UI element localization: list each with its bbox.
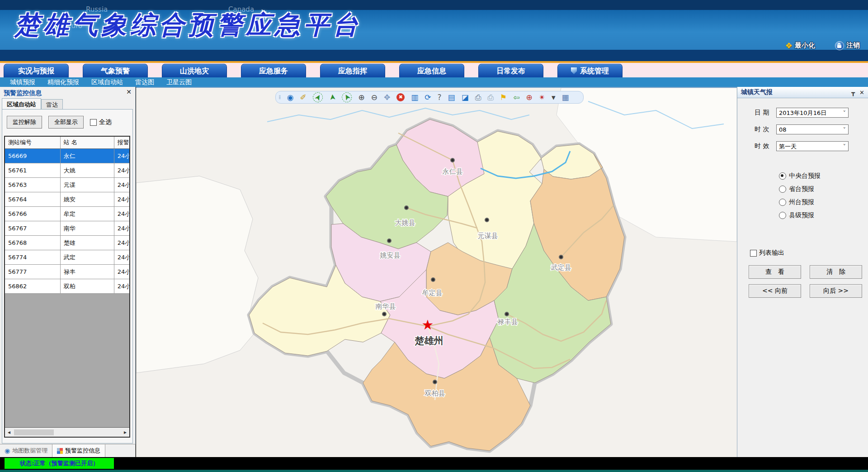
select-arrow-icon[interactable]: ➤	[328, 94, 337, 101]
show-all-button[interactable]: 全部显示	[48, 116, 84, 129]
column-header[interactable]: 测站编号	[5, 137, 61, 148]
bottom-tab[interactable]: ◉地图数据管理	[0, 444, 52, 457]
nav-tab-label: 实况与预报	[18, 64, 54, 77]
scrollbar-thumb[interactable]	[14, 429, 54, 435]
bottom-tabstrip: ◉地图数据管理预警监控信息	[0, 444, 135, 457]
dropdown-caret-icon[interactable]: ▾	[552, 93, 556, 102]
legend-icon[interactable]: ▤	[448, 93, 455, 102]
forecast-radio-0[interactable]: 中央台预报	[779, 172, 821, 180]
forecast-radio-1[interactable]: 省台预报	[779, 185, 814, 193]
identify-icon[interactable]: ?	[438, 93, 442, 102]
forecast-radio-3[interactable]: 县级预报	[779, 211, 814, 219]
svg-text:大姚县: 大姚县	[395, 219, 415, 227]
svg-text:牟定县: 牟定县	[422, 289, 443, 297]
bottom-tab[interactable]: 预警监控信息	[52, 444, 105, 457]
table-row[interactable]: 56669永仁24小时	[5, 149, 129, 163]
bottom-tab-label: 地图数据管理	[12, 447, 47, 455]
forecast-radio-2[interactable]: 州台预报	[779, 198, 814, 206]
toolbar-grip[interactable]: ⁞⁞	[278, 94, 280, 100]
horizontal-scrollbar[interactable]: ◂ ▸	[5, 427, 129, 437]
subnav-item[interactable]: 城镇预报	[10, 78, 35, 86]
radio-icon[interactable]	[779, 186, 786, 193]
time-field-row: 时 次 08 ˅	[755, 124, 849, 134]
select-all-checkbox[interactable]	[90, 119, 97, 126]
subnav-item[interactable]: 区域自动站	[91, 78, 123, 86]
table-row[interactable]: 56766牟定24小时	[5, 207, 129, 221]
scroll-left-icon[interactable]: ◂	[5, 429, 13, 435]
panel-tab[interactable]: 区域自动站	[2, 98, 41, 110]
station-name-cell: 元谋	[61, 178, 114, 192]
nav-tab[interactable]: 实况与预报	[4, 64, 69, 77]
nav-tab-label: 应急指挥	[338, 64, 367, 77]
column-header[interactable]: 报警	[114, 137, 129, 148]
alarm-cell: 24小时	[114, 279, 129, 293]
panel-header: 预警监控信息 ✕	[0, 87, 135, 99]
pan-icon[interactable]: ✥	[384, 93, 390, 102]
close-icon[interactable]: ✕	[126, 88, 132, 95]
table-row[interactable]: 56767南华24小时	[5, 221, 129, 236]
table-row[interactable]: 56774武定24小时	[5, 250, 129, 265]
marker-icon[interactable]: ⚑	[500, 93, 507, 102]
table-row[interactable]: 56763元谋24小时	[5, 178, 129, 192]
subnav-item[interactable]: 精细化预报	[47, 78, 79, 86]
nav-tab[interactable]: 山洪地灾	[162, 64, 227, 77]
validity-field-row: 时 效 第一天 ˅	[755, 141, 849, 151]
stop-icon[interactable]: ✖	[396, 93, 405, 101]
list-output-option[interactable]: 列表输出	[750, 249, 784, 257]
zoom-out-icon[interactable]: ⊖	[371, 93, 377, 102]
alarm-cell: 24小时	[114, 149, 129, 163]
radio-icon[interactable]	[779, 212, 786, 219]
print-icon[interactable]: ⎙	[475, 93, 481, 102]
image-export-icon[interactable]: ◪	[462, 93, 469, 102]
map-area[interactable]: ★ 永仁县 大姚县 元谋县 姚安县 武定县 牟定县 南华县 禄丰县 双柏县 楚雄…	[136, 87, 737, 457]
minimize-button[interactable]: ❖ 最小化	[785, 41, 815, 50]
table-row[interactable]: 56761大姚24小时	[5, 163, 129, 178]
previous-button[interactable]: << 向前	[749, 284, 801, 298]
layers-map-icon[interactable]: ▦	[561, 93, 569, 102]
next-button[interactable]: 向后 >>	[810, 284, 862, 298]
table-row[interactable]: 56777禄丰24小时	[5, 265, 129, 279]
list-output-checkbox[interactable]	[750, 250, 757, 257]
table-row[interactable]: 56768楚雄24小时	[5, 236, 129, 250]
select-lasso-icon[interactable]: ➤	[340, 91, 354, 104]
pin-icon[interactable]: ┳	[851, 89, 855, 96]
svg-text:楚雄州: 楚雄州	[415, 335, 443, 346]
release-monitor-button[interactable]: 监控解除	[7, 116, 42, 129]
time-select[interactable]: 08 ˅	[776, 124, 849, 134]
nav-tab[interactable]: 应急指挥	[320, 64, 385, 77]
compass-icon[interactable]: ✴	[539, 93, 545, 102]
nav-tab[interactable]: 系统管理	[557, 64, 623, 77]
logout-button[interactable]: 注销	[835, 41, 860, 50]
station-name-cell: 禄丰	[61, 265, 114, 279]
overview-window-icon[interactable]: ▥	[411, 93, 418, 102]
station-name-cell: 牟定	[61, 207, 114, 221]
subnav-item[interactable]: 雷达图	[135, 78, 154, 86]
subnav-item[interactable]: 卫星云图	[166, 78, 192, 86]
svg-text:元谋县: 元谋县	[478, 232, 498, 240]
column-header[interactable]: 站 名	[61, 137, 114, 148]
add-layer-icon[interactable]: ⊕	[526, 93, 532, 102]
zoom-in-icon[interactable]: ⊕	[358, 93, 364, 102]
measure-icon[interactable]: ✐	[300, 93, 306, 102]
radio-icon[interactable]	[779, 172, 786, 180]
scroll-right-icon[interactable]: ▸	[121, 429, 129, 435]
print-setup-icon[interactable]: ⎙	[487, 93, 494, 102]
refresh-view-icon[interactable]: ⟳	[425, 93, 431, 102]
nav-tab[interactable]: 应急服务	[241, 64, 306, 77]
table-row[interactable]: 56862双柏24小时	[5, 279, 129, 294]
radio-label: 省台预报	[789, 185, 814, 193]
prefecture-map[interactable]: ★ 永仁县 大姚县 元谋县 姚安县 武定县 牟定县 南华县 禄丰县 双柏县 楚雄…	[136, 88, 737, 457]
clear-button[interactable]: 清 除	[810, 265, 862, 279]
date-select[interactable]: 2013年10月16日 ˅	[776, 108, 849, 118]
radio-icon[interactable]	[779, 199, 786, 206]
back-icon[interactable]: ⇦	[513, 93, 519, 102]
nav-tab[interactable]: 日常发布	[478, 64, 543, 77]
view-button[interactable]: 查 看	[749, 265, 801, 279]
nav-tab[interactable]: 气象预警	[83, 64, 148, 77]
select-point-icon[interactable]: ➤	[311, 91, 325, 104]
validity-select[interactable]: 第一天 ˅	[776, 141, 849, 151]
close-icon[interactable]: ✕	[859, 89, 864, 96]
globe-icon[interactable]: ◉	[287, 93, 294, 102]
table-row[interactable]: 56764姚安24小时	[5, 192, 129, 207]
nav-tab[interactable]: 应急信息	[399, 64, 464, 77]
